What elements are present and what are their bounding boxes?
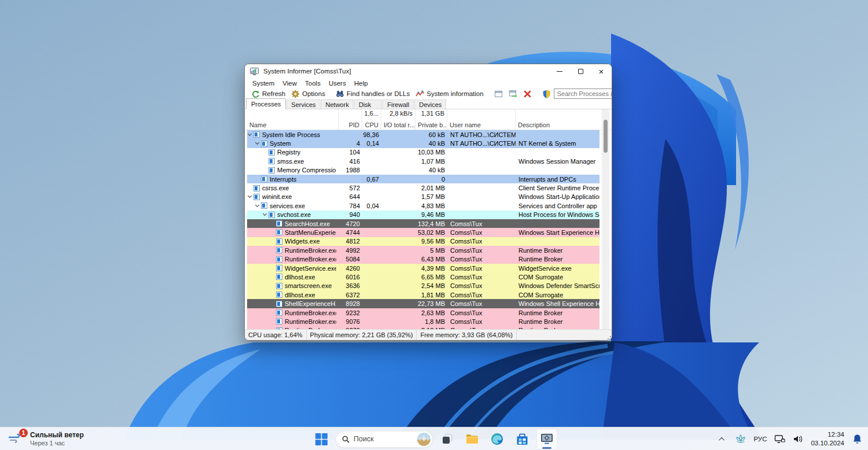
search-highlight-image[interactable] [417,433,431,446]
table-row[interactable]: System Idle Process 98,36 60 kB NT AUTHO… [247,130,599,139]
expand-chevron-icon[interactable] [248,132,252,136]
menu-help[interactable]: Help [350,80,372,87]
language-indicator[interactable]: РУС [752,430,768,448]
cell-cpu: 98,36 [362,131,381,138]
table-row[interactable]: csrss.exe 572 2,01 MB Client Server Runt… [247,183,599,192]
menu-users[interactable]: Users [325,80,350,87]
file-explorer-button[interactable] [462,429,483,449]
system-information-button[interactable]: System information [413,89,486,99]
cell-user: Comss\Tux [447,247,516,254]
table-row[interactable]: ShellExperienceH... 8928 22,73 MB Comss\… [247,299,599,308]
tray-overflow-button[interactable] [715,430,730,448]
minimize-button[interactable] [549,64,570,78]
column-private-bytes[interactable]: 1,31 GBPrivate b... [415,109,447,130]
table-row[interactable]: WidgetService.exe 4260 4,39 MB Comss\Tux… [247,264,599,272]
tab-firewall[interactable]: Firewall [382,99,414,109]
table-row[interactable]: svchost.exe 940 9,46 MB Host Process for… [247,211,599,219]
expand-chevron-icon[interactable] [255,141,259,145]
resize-grip[interactable] [606,334,612,340]
tab-services[interactable]: Services [286,99,320,109]
cell-desc: COM Surrogate [516,274,599,281]
table-row[interactable]: smss.exe 416 1,07 MB Windows Session Man… [247,157,599,165]
taskbar-search-input[interactable] [354,435,413,443]
activity-graph-icon [415,90,424,98]
tab-devices[interactable]: Devices [414,99,446,109]
column-io-total[interactable]: 2,8 kB/sI/O total r... [381,109,415,130]
close-button[interactable]: × [591,64,612,78]
menu-system[interactable]: System [248,80,278,87]
cell-desc: Runtime Broker [516,247,599,254]
system-informer-taskbar-button[interactable] [536,429,557,449]
table-row[interactable]: dllhost.exe 6016 6,65 MB Comss\Tux COM S… [247,272,599,281]
refresh-button[interactable]: Refresh [248,89,288,99]
notification-center-button[interactable] [849,430,865,448]
process-search-box[interactable]: Aa .* [554,88,612,99]
process-icon [276,256,282,263]
tab-network[interactable]: Network [321,99,354,109]
table-row[interactable]: SearchHost.exe 4720 132,4 MB Comss\Tux [247,219,599,228]
table-row[interactable]: dllhost.exe 6372 1,81 MB Comss\Tux COM S… [247,290,599,299]
start-button[interactable] [311,429,332,449]
expand-chevron-icon[interactable] [263,212,267,216]
maximize-button[interactable] [570,64,591,78]
column-description[interactable]: Description [516,109,599,130]
table-row[interactable]: RuntimeBroker.exe 9232 2,63 MB Comss\Tux… [247,308,599,317]
system-informer-icon [540,432,554,446]
clock[interactable]: 12:34 03.10.2024 [809,430,846,448]
column-name[interactable]: Name [247,109,339,130]
elevate-button[interactable] [539,89,554,99]
cell-desc: WidgetService.exe [516,265,599,272]
cell-pid: 6372 [339,292,362,298]
statusbar: CPU usage: 1,64% Physical memory: 2,21 G… [245,329,612,340]
scrollbar-thumb[interactable] [604,120,608,153]
column-pid[interactable]: PID [339,109,362,130]
column-cpu[interactable]: 1,6...CPU [362,109,381,130]
process-icon [253,194,260,200]
tab-processes[interactable]: Processes [246,98,286,109]
menu-tools[interactable]: Tools [301,80,325,87]
taskbar-search[interactable] [336,431,433,448]
table-row[interactable]: services.exe 784 0,04 4,83 MB Services a… [247,201,599,210]
cell-pid: 9076 [339,318,362,325]
table-row[interactable]: smartscreen.exe 3636 2,54 MB Comss\Tux W… [247,282,599,290]
edge-button[interactable] [487,429,507,449]
table-row[interactable]: StartMenuExperie... 4744 53,02 MB Comss\… [247,228,599,237]
table-row[interactable]: System 4 0,14 40 kB NT AUTHO...\СИСТЕМА … [247,139,599,147]
table-row[interactable]: Interrupts 0,67 0 Interrupts and DPCs [247,175,599,183]
cell-user: Comss\Tux [447,220,516,227]
table-row[interactable]: Registry 104 10,03 MB [247,148,599,157]
find-handles-button[interactable]: Find handles or DLLs [333,89,413,99]
microsoft-store-button[interactable] [512,429,532,449]
cell-pid: 416 [339,158,362,165]
vertical-scrollbar[interactable] [602,109,609,330]
tab-disk[interactable]: Disk [354,99,382,109]
table-row[interactable]: RuntimeBroker.exe 4992 5 MB Comss\Tux Ru… [247,246,599,254]
table-row[interactable]: Widgets.exe 4812 9,56 MB Comss\Tux [247,237,599,246]
expand-chevron-icon[interactable] [248,194,252,198]
always-on-top-button[interactable] [491,89,506,99]
table-row[interactable]: RuntimeBroker.exe 9076 1,8 MB Comss\Tux … [247,317,599,326]
uac-shield-icon [542,90,551,98]
network-tray-button[interactable] [772,430,787,448]
titlebar[interactable]: System Informer [Comss\Tux] × [245,64,612,78]
expand-chevron-icon[interactable] [255,203,259,207]
table-row[interactable]: Memory Compression 1988 40 kB [247,166,599,175]
table-row[interactable]: RuntimeBroker.exe 5084 6,43 MB Comss\Tux… [247,254,599,263]
task-view-button[interactable] [437,429,458,449]
cell-pid: 644 [339,193,362,200]
tray-lotus-app[interactable] [733,430,748,448]
cell-name: RuntimeBroker.exe [285,247,336,254]
column-user-name[interactable]: User name [447,109,516,130]
menu-view[interactable]: View [278,80,301,87]
options-button[interactable]: Options [288,89,328,99]
open-window-button[interactable] [506,89,520,99]
desktop: System Informer [Comss\Tux] × System Vie… [0,0,868,450]
edge-icon [490,432,504,446]
close-icon: × [599,67,604,76]
process-icon [269,212,275,218]
widgets-weather-button[interactable]: 1 Сильный ветер Через 1 час [2,427,90,450]
volume-tray-button[interactable] [790,430,806,448]
terminate-button[interactable] [520,89,535,99]
process-search-input[interactable] [557,90,612,97]
table-row[interactable]: wininit.exe 644 1,57 MB Windows Start-Up… [247,193,599,201]
